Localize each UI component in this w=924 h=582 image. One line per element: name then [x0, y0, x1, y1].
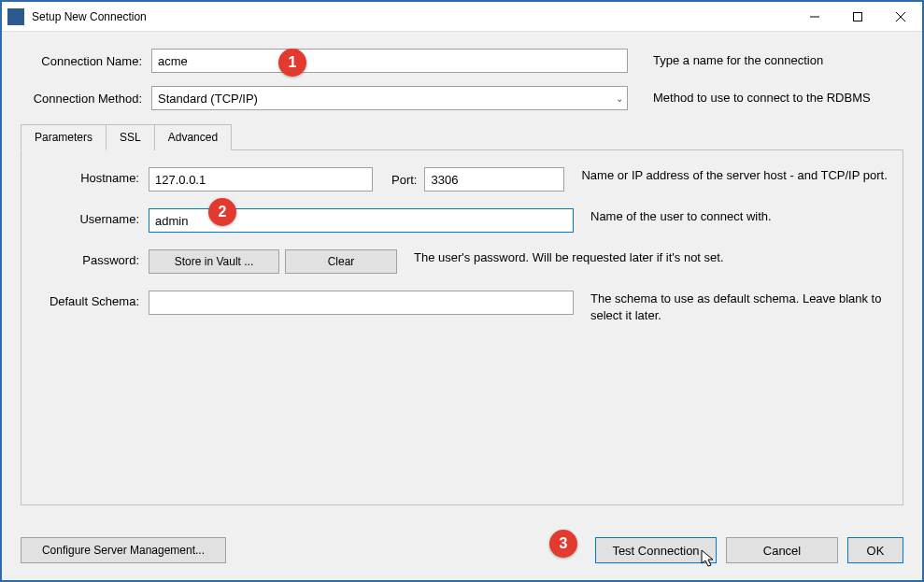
callout-1: 1: [278, 49, 306, 77]
password-row: Password: Store in Vault ... Clear The u…: [36, 249, 888, 274]
chevron-down-icon: ⌄: [616, 93, 623, 104]
default-schema-row: Default Schema: The schema to use as def…: [36, 291, 888, 323]
tab-advanced[interactable]: Advanced: [154, 124, 232, 150]
connection-name-row: Connection Name: Type a name for the con…: [21, 49, 903, 73]
minimize-button[interactable]: [793, 3, 836, 31]
connection-method-help: Method to use to connect to the RDBMS: [642, 91, 903, 106]
tabs: Parameters SSL Advanced: [21, 123, 903, 150]
window-title: Setup New Connection: [32, 10, 793, 23]
connection-name-input[interactable]: [151, 49, 628, 73]
tab-parameters[interactable]: Parameters: [21, 124, 107, 150]
default-schema-label: Default Schema:: [36, 291, 149, 308]
window-controls: [793, 3, 922, 31]
connection-name-label: Connection Name:: [21, 54, 151, 68]
default-schema-input[interactable]: [149, 291, 574, 315]
username-row: Username: Name of the user to connect wi…: [36, 208, 888, 233]
close-button[interactable]: [879, 3, 922, 31]
hostname-row: Hostname: Port: Name or IP address of th…: [36, 167, 888, 192]
tab-body-parameters: Hostname: Port: Name or IP address of th…: [21, 150, 903, 505]
hostname-help: Name or IP address of the server host - …: [564, 167, 888, 184]
hostname-input[interactable]: [149, 167, 373, 192]
username-label: Username:: [36, 208, 149, 226]
callout-2: 2: [208, 198, 236, 226]
clear-password-button[interactable]: Clear: [285, 249, 397, 274]
store-in-vault-button[interactable]: Store in Vault ...: [149, 249, 279, 274]
ok-button[interactable]: OK: [847, 537, 903, 563]
username-help: Name of the user to connect with.: [574, 208, 888, 225]
port-label: Port:: [391, 173, 417, 187]
connection-method-select[interactable]: Standard (TCP/IP) ⌄: [151, 86, 628, 110]
connection-method-row: Connection Method: Standard (TCP/IP) ⌄ M…: [21, 86, 903, 110]
svg-rect-1: [854, 12, 862, 21]
default-schema-help: The schema to use as default schema. Lea…: [574, 291, 888, 323]
titlebar: Setup New Connection: [2, 2, 922, 32]
connection-method-label: Connection Method:: [21, 92, 151, 106]
connection-method-value: Standard (TCP/IP): [158, 92, 258, 106]
callout-3: 3: [549, 530, 577, 558]
footer: Configure Server Management... Test Conn…: [21, 537, 903, 563]
configure-server-button[interactable]: Configure Server Management...: [21, 537, 226, 563]
hostname-label: Hostname:: [36, 167, 149, 185]
cancel-button[interactable]: Cancel: [726, 537, 838, 563]
connection-name-help: Type a name for the connection: [642, 53, 903, 69]
content-area: Connection Name: Type a name for the con…: [2, 32, 922, 515]
setup-connection-window: Setup New Connection Connection Name: Ty…: [0, 0, 924, 582]
app-icon: [7, 8, 24, 25]
password-label: Password:: [36, 249, 149, 267]
tab-ssl[interactable]: SSL: [106, 124, 155, 150]
test-connection-button[interactable]: Test Connection: [595, 537, 717, 563]
cursor-icon: [701, 549, 716, 568]
maximize-button[interactable]: [836, 3, 879, 31]
password-help: The user's password. Will be requested l…: [397, 249, 888, 266]
port-input[interactable]: [424, 167, 564, 192]
